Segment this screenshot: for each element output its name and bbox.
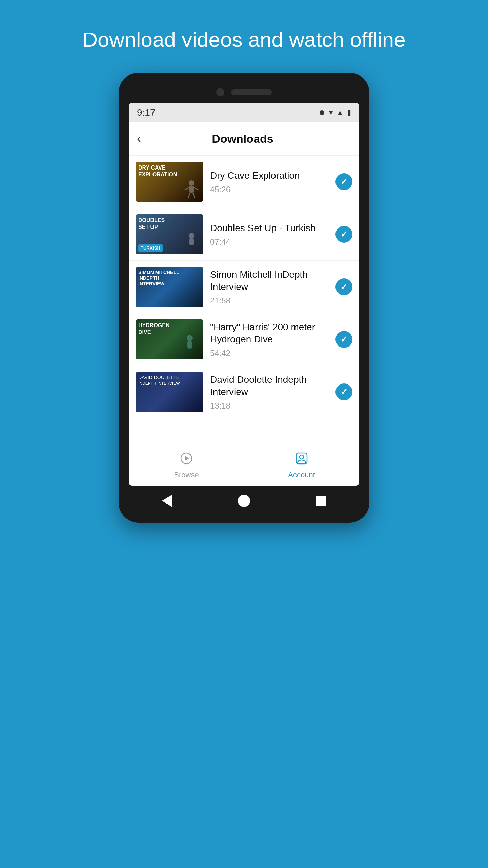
diver-figure: [181, 232, 202, 253]
nav-item-browse[interactable]: Browse: [129, 452, 244, 479]
bottom-nav: Browse Account: [129, 446, 359, 486]
video-info: "Harry" Harris' 200 meter Hydrogen Dive …: [210, 321, 329, 358]
thumb-label: DRY CAVEEXPLORATION: [138, 164, 177, 177]
check-icon: ✓: [340, 282, 348, 292]
thumb-label: DOUBLESSET UP: [138, 217, 165, 230]
recent-nav-button[interactable]: [312, 492, 329, 509]
media-icon: ⏺: [318, 108, 326, 117]
list-item[interactable]: DOUBLESSET UP TURKISH Doubles Set Up - T…: [129, 208, 359, 261]
status-time: 9:17: [137, 107, 156, 118]
back-nav-button[interactable]: [159, 492, 176, 509]
status-icons: ⏺ ▾ ▲ ▮: [318, 108, 351, 117]
video-thumbnail: David DooletteIndepth Interview: [136, 372, 203, 412]
video-info: Simon Mitchell InDepth Interview 21:58: [210, 269, 329, 305]
video-title: Dry Cave Exploration: [210, 170, 329, 182]
phone-container: 9:17 ⏺ ▾ ▲ ▮ ‹ Downloads DRY CAVEEXPLORA…: [119, 73, 369, 523]
phone-bottom-bar: [129, 486, 359, 513]
video-title: "Harry" Harris' 200 meter Hydrogen Dive: [210, 321, 329, 346]
video-title: David Doolette Indepth Interview: [210, 374, 329, 398]
list-item[interactable]: David DooletteIndepth Interview David Do…: [129, 366, 359, 418]
battery-icon: ▮: [347, 108, 351, 117]
video-thumbnail: DOUBLESSET UP TURKISH: [136, 214, 203, 254]
video-duration: 21:58: [210, 296, 329, 305]
video-info: David Doolette Indepth Interview 13:18: [210, 374, 329, 411]
video-duration: 54:42: [210, 349, 329, 358]
phone-top-bar: [129, 83, 359, 103]
diver-figure: [178, 334, 202, 358]
video-info: Dry Cave Exploration 45:26: [210, 170, 329, 194]
download-check: ✓: [336, 278, 352, 295]
video-info: Doubles Set Up - Turkish 07:44: [210, 222, 329, 246]
svg-line-5: [193, 193, 195, 198]
page-title: Downloads: [148, 132, 338, 145]
svg-marker-11: [185, 456, 189, 461]
thumb-label: HYDROGENDIVE: [138, 322, 169, 335]
download-check: ✓: [336, 383, 352, 400]
svg-point-13: [300, 455, 304, 459]
wifi-icon: ▾: [329, 108, 333, 117]
download-check: ✓: [336, 226, 352, 243]
home-circle-icon: [238, 495, 250, 507]
camera: [216, 88, 224, 96]
nav-item-account[interactable]: Account: [244, 452, 359, 479]
check-icon: ✓: [340, 334, 348, 345]
check-icon: ✓: [340, 229, 348, 240]
signal-icon: ▲: [336, 108, 344, 117]
video-list: DRY CAVEEXPLORATION Dry Cave Exploration…: [129, 156, 359, 418]
thumb-label: SIMON MITCHELLINDEPTHINTERVIEW: [138, 270, 179, 287]
video-thumbnail: SIMON MITCHELLINDEPTHINTERVIEW: [136, 267, 203, 307]
app-header: ‹ Downloads: [129, 122, 359, 156]
speaker: [231, 89, 272, 95]
svg-point-8: [187, 335, 193, 341]
video-duration: 13:18: [210, 401, 329, 411]
back-triangle-icon: [162, 495, 172, 507]
video-thumbnail: DRY CAVEEXPLORATION: [136, 162, 203, 202]
svg-point-6: [189, 233, 194, 238]
svg-line-3: [194, 187, 198, 190]
status-bar: 9:17 ⏺ ▾ ▲ ▮: [129, 103, 359, 122]
video-duration: 45:26: [210, 185, 329, 194]
svg-line-2: [185, 187, 189, 190]
video-thumbnail: HYDROGENDIVE: [136, 319, 203, 359]
download-check: ✓: [336, 173, 352, 190]
video-title: Doubles Set Up - Turkish: [210, 222, 329, 234]
thumb-badge: TURKISH: [138, 244, 163, 252]
list-item[interactable]: DRY CAVEEXPLORATION Dry Cave Exploration…: [129, 156, 359, 208]
page-headline: Download videos and watch offline: [55, 0, 433, 73]
browse-icon: [180, 452, 193, 468]
download-check: ✓: [336, 331, 352, 348]
svg-rect-7: [189, 238, 194, 245]
account-icon: [295, 452, 308, 468]
svg-point-0: [189, 180, 194, 186]
phone-screen: 9:17 ⏺ ▾ ▲ ▮ ‹ Downloads DRY CAVEEXPLORA…: [129, 103, 359, 486]
svg-line-4: [188, 193, 190, 198]
browse-label: Browse: [174, 471, 199, 479]
svg-rect-1: [189, 186, 194, 193]
account-label: Account: [288, 471, 315, 479]
recent-square-icon: [316, 496, 326, 506]
thumb-label: David DooletteIndepth Interview: [138, 375, 180, 386]
check-icon: ✓: [340, 387, 348, 397]
video-duration: 07:44: [210, 237, 329, 247]
svg-rect-9: [187, 341, 192, 349]
video-title: Simon Mitchell InDepth Interview: [210, 269, 329, 293]
diver-figure: [181, 180, 202, 200]
list-item[interactable]: SIMON MITCHELLINDEPTHINTERVIEW Simon Mit…: [129, 261, 359, 313]
check-icon: ✓: [340, 177, 348, 187]
home-nav-button[interactable]: [236, 492, 252, 509]
back-button[interactable]: ‹: [137, 132, 141, 146]
list-item[interactable]: HYDROGENDIVE "Harry" Harris' 200 meter H…: [129, 313, 359, 366]
